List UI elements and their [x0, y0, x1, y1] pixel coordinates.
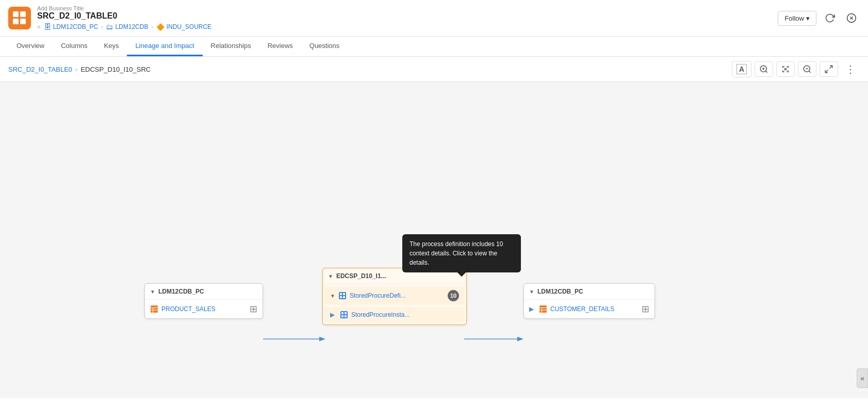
- svg-rect-30: [341, 312, 343, 314]
- svg-rect-32: [341, 315, 343, 317]
- proc-def-badge: 10: [448, 290, 459, 301]
- zoom-out-button[interactable]: [798, 61, 816, 77]
- svg-rect-25: [340, 293, 342, 295]
- follow-button[interactable]: Follow ▾: [778, 11, 816, 26]
- asset-title: SRC_D2_I0_TABLE0: [37, 11, 211, 21]
- product-sales-label: PRODUCT_SALES: [161, 305, 216, 313]
- breadcrumb-item-pc[interactable]: 🗄 LDM12CDB_PC: [44, 23, 98, 31]
- proc-inst-label: StoredProcureInsta...: [351, 311, 410, 318]
- svg-line-8: [765, 71, 767, 72]
- font-toggle-button[interactable]: A: [732, 61, 751, 77]
- tab-overview[interactable]: Overview: [8, 37, 53, 56]
- zoom-in-button[interactable]: [755, 61, 773, 77]
- more-options-icon: ⋮: [845, 64, 856, 74]
- breadcrumb-item-schema[interactable]: 🔶 INDU_SOURCE: [156, 23, 211, 31]
- svg-rect-2: [13, 19, 19, 24]
- title-block: Add Business Title SRC_D2_I0_TABLE0 » 🗄 …: [37, 5, 211, 31]
- node-right-title: LDM12CDB_PC: [537, 288, 583, 295]
- close-button[interactable]: [843, 10, 860, 26]
- tab-columns[interactable]: Columns: [53, 37, 95, 56]
- node-center-collapse-icon: ▼: [328, 273, 333, 279]
- breadcrumb-item-db[interactable]: 🗂 LDM12CDB: [106, 23, 148, 31]
- proc-def-collapse-icon: ▼: [330, 293, 335, 299]
- more-options-button[interactable]: ⋮: [841, 61, 860, 77]
- tooltip-box: The process definition includes 10 conte…: [402, 234, 521, 272]
- canvas-bc-separator: ›: [75, 66, 77, 73]
- tab-keys[interactable]: Keys: [95, 37, 127, 56]
- breadcrumb-expand-icon[interactable]: »: [37, 23, 41, 30]
- svg-line-14: [809, 71, 810, 72]
- node-right-item-customer-details[interactable]: ▶ CUSTOMER_DETAILS ⊞: [524, 300, 654, 318]
- svg-rect-26: [343, 293, 345, 295]
- canvas-bc-current: EDCSP_D10_I10_SRC: [80, 66, 151, 73]
- proc-def-icon: [338, 292, 347, 300]
- tab-relationships[interactable]: Relationships: [203, 37, 259, 56]
- customer-details-expand-btn[interactable]: ⊞: [642, 303, 649, 315]
- node-center: ▼ EDCSP_D10_I1... ▼ StoredProcureDefi...…: [322, 268, 467, 325]
- tooltip-text: The process definition includes 10 conte…: [410, 240, 503, 266]
- node-center-item-proc-inst[interactable]: ▶ StoredProcureInsta...: [325, 307, 464, 322]
- customer-details-label: CUSTOMER_DETAILS: [550, 305, 614, 313]
- canvas-toolbar: SRC_D2_I0_TABLE0 › EDCSP_D10_I10_SRC A: [0, 57, 868, 82]
- svg-rect-1: [20, 11, 26, 17]
- node-left-collapse-icon: ▼: [150, 289, 155, 295]
- follow-chevron-icon: ▾: [806, 14, 810, 22]
- node-left-title: LDM12CDB_PC: [158, 288, 204, 295]
- breadcrumb-sep-1: ›: [101, 24, 103, 30]
- proc-def-label: StoredProcureDefi...: [350, 292, 406, 299]
- proc-inst-icon: [340, 311, 348, 319]
- add-business-title-link[interactable]: Add Business Title: [37, 5, 211, 11]
- breadcrumb-sep-2: ›: [151, 24, 153, 30]
- tab-reviews[interactable]: Reviews: [259, 37, 301, 56]
- svg-line-17: [825, 70, 828, 73]
- canvas-breadcrumb: SRC_D2_I0_TABLE0 › EDCSP_D10_I10_SRC: [8, 66, 151, 73]
- canvas-controls: A: [732, 61, 860, 77]
- svg-rect-28: [343, 296, 345, 298]
- nav-tabs: Overview Columns Keys Lineage and Impact…: [0, 37, 868, 57]
- product-sales-expand-btn[interactable]: ⊞: [250, 303, 257, 315]
- customer-details-arrow-icon: ▶: [529, 305, 534, 313]
- svg-line-16: [830, 66, 832, 68]
- node-right-header[interactable]: ▼ LDM12CDB_PC: [524, 284, 654, 300]
- fullscreen-button[interactable]: [820, 61, 838, 77]
- svg-rect-27: [340, 296, 342, 298]
- database-icon: 🗂: [106, 23, 113, 31]
- fit-to-screen-button[interactable]: [776, 61, 795, 77]
- font-icon: A: [736, 64, 747, 74]
- svg-rect-20: [151, 305, 158, 313]
- svg-rect-3: [20, 19, 26, 24]
- canvas-area: ▼ LDM12CDB_PC PRODUCT_SALES ⊞ ▼ EDCSP_D1…: [0, 82, 868, 398]
- header-left: Add Business Title SRC_D2_I0_TABLE0 » 🗄 …: [8, 5, 211, 31]
- node-center-item-proc-def[interactable]: ▼ StoredProcureDefi... 10: [325, 286, 464, 305]
- collapse-panel-icon: «: [860, 374, 864, 382]
- proc-inst-arrow-icon: ▶: [330, 311, 335, 318]
- node-center-title: EDCSP_D10_I1...: [336, 272, 386, 280]
- node-left: ▼ LDM12CDB_PC PRODUCT_SALES ⊞: [144, 283, 263, 319]
- tab-lineage[interactable]: Lineage and Impact: [127, 37, 202, 56]
- svg-rect-33: [345, 315, 347, 317]
- tooltip-arrow: [457, 272, 466, 277]
- flow-canvas: ▼ LDM12CDB_PC PRODUCT_SALES ⊞ ▼ EDCSP_D1…: [0, 82, 868, 398]
- database-pc-icon: 🗄: [44, 23, 51, 31]
- breadcrumb: » 🗄 LDM12CDB_PC › 🗂 LDM12CDB › 🔶 INDU_SO…: [37, 23, 211, 31]
- svg-rect-31: [345, 312, 347, 314]
- node-left-header[interactable]: ▼ LDM12CDB_PC: [145, 284, 263, 300]
- svg-rect-34: [539, 305, 547, 313]
- follow-label: Follow: [784, 14, 804, 22]
- schema-icon: 🔶: [156, 23, 165, 31]
- tab-questions[interactable]: Questions: [301, 37, 348, 56]
- node-right: ▼ LDM12CDB_PC ▶ CUSTOMER_DETAILS ⊞: [523, 283, 655, 319]
- header-right: Follow ▾: [778, 10, 860, 26]
- refresh-button[interactable]: [822, 10, 838, 26]
- app-icon: [8, 7, 31, 29]
- canvas-bc-link[interactable]: SRC_D2_I0_TABLE0: [8, 66, 72, 73]
- page-header: Add Business Title SRC_D2_I0_TABLE0 » 🗄 …: [0, 0, 868, 37]
- collapse-panel-button[interactable]: «: [857, 368, 868, 388]
- table-icon: [150, 305, 158, 313]
- node-left-item-product-sales[interactable]: PRODUCT_SALES ⊞: [145, 300, 263, 318]
- node-right-collapse-icon: ▼: [529, 289, 534, 295]
- customer-details-table-icon: [539, 305, 547, 313]
- svg-rect-0: [13, 11, 19, 17]
